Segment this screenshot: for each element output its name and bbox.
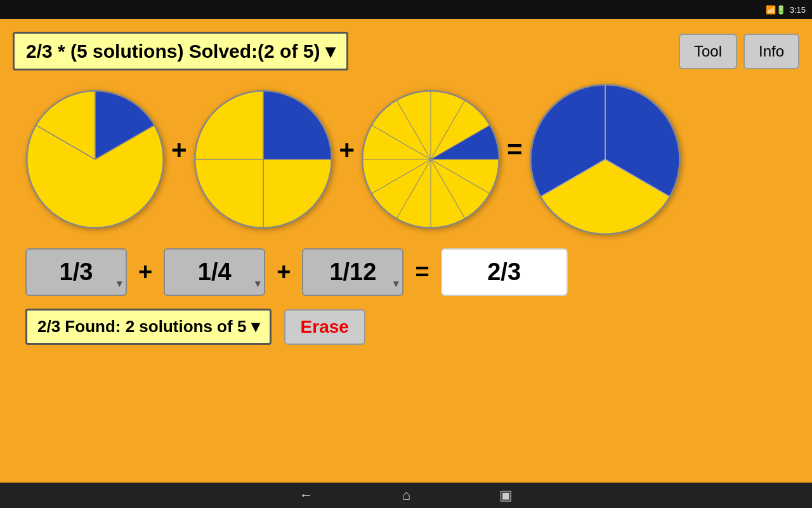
recent-icon[interactable]: ▣	[499, 487, 513, 504]
circles-row: + +	[25, 83, 799, 236]
erase-button[interactable]: Erase	[284, 309, 365, 345]
main-content: 2/3 * (5 solutions) Solved:(2 of 5) ▾ To…	[0, 19, 812, 483]
circle-3-container	[361, 90, 501, 229]
circle-1-container	[25, 90, 165, 229]
nav-bar: ← ⌂ ▣	[0, 483, 812, 508]
result-box: 2/3	[441, 248, 568, 296]
fraction-3-box[interactable]: 1/12	[302, 248, 403, 296]
fraction-2-box[interactable]: 1/4	[164, 248, 265, 296]
fraction-1-box[interactable]: 1/3	[25, 248, 127, 296]
info-button[interactable]: Info	[743, 34, 799, 69]
operator-3: =	[507, 135, 523, 184]
frac-op-2: +	[277, 258, 291, 286]
back-icon[interactable]: ←	[299, 487, 313, 504]
header-buttons: Tool Info	[679, 34, 799, 69]
operator-2: +	[339, 135, 355, 184]
circle-2-container	[193, 90, 333, 229]
tool-button[interactable]: Tool	[679, 34, 737, 69]
pie-chart-2[interactable]	[193, 90, 333, 229]
pie-chart-3[interactable]	[361, 90, 501, 229]
status-icons: 📶🔋	[766, 5, 786, 15]
bottom-row: 2/3 Found: 2 solutions of 5 ▾ Erase	[25, 309, 799, 345]
status-time: 3:15	[790, 5, 806, 15]
operator-1: +	[171, 135, 187, 184]
frac-op-1: +	[138, 258, 152, 286]
pie-chart-1[interactable]	[25, 90, 165, 229]
fractions-row: 1/3 + 1/4 + 1/12 = 2/3	[25, 248, 799, 296]
pie-chart-result[interactable]	[529, 83, 681, 236]
home-icon[interactable]: ⌂	[402, 487, 410, 504]
circle-4-container	[529, 83, 681, 236]
title-box: 2/3 * (5 solutions) Solved:(2 of 5) ▾	[13, 32, 348, 70]
frac-eq: =	[415, 258, 429, 286]
status-bar: 📶🔋 3:15	[0, 0, 812, 19]
header-row: 2/3 * (5 solutions) Solved:(2 of 5) ▾ To…	[13, 32, 799, 70]
found-box: 2/3 Found: 2 solutions of 5 ▾	[25, 309, 272, 345]
